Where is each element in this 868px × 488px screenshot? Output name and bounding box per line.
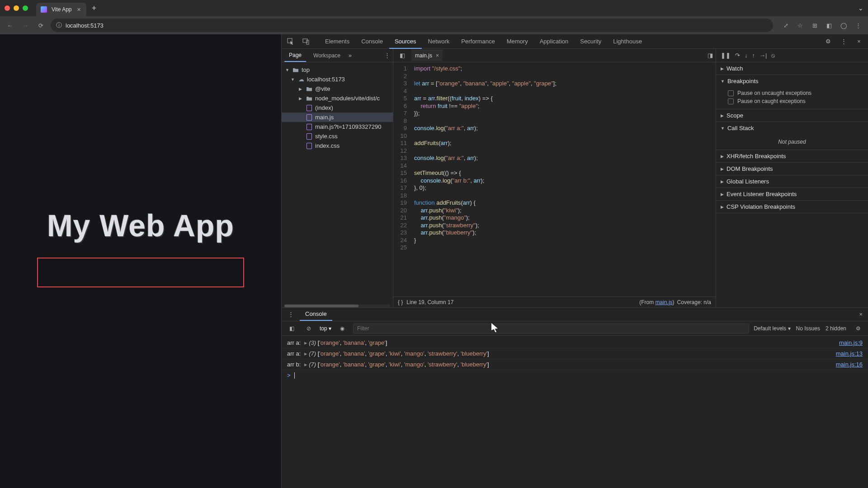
event-listener-breakpoints-section[interactable]: ▶Event Listener Breakpoints [716,188,868,200]
zoom-icon[interactable]: ⤢ [779,19,792,32]
sidepanel-icon[interactable]: ◧ [823,19,835,32]
devtools-tab-lighthouse[interactable]: Lighthouse [608,34,647,49]
drawer-menu-icon[interactable]: ⋮ [284,308,297,321]
close-window-icon[interactable] [5,5,10,11]
file-icon [306,133,312,140]
context-selector[interactable]: top ▾ [320,325,331,332]
drawer-close-icon[interactable]: × [856,309,865,319]
cloud-icon: ☁ [298,76,304,83]
step-into-icon[interactable]: ↓ [745,52,748,59]
devtools-tab-security[interactable]: Security [575,34,607,49]
csp-breakpoints-section[interactable]: ▶CSP Violation Breakpoints [716,201,868,213]
editor-status-bar: { } Line 19, Column 17 (From main.js) Co… [393,296,716,307]
console-source-link[interactable]: main.js:16 [836,361,863,368]
navigator-more-icon[interactable]: » [349,52,352,59]
pause-icon[interactable]: ❚❚ [721,52,731,59]
console-output[interactable]: arr a: ▸ (3) ['orange', 'banana', 'grape… [282,336,868,488]
callstack-section[interactable]: ▼Call Stack [716,122,868,134]
profile-icon[interactable]: ◯ [837,19,850,32]
editor-tab-mainjs[interactable]: main.js × [411,50,443,61]
scope-section[interactable]: ▶Scope [716,109,868,122]
devtools-tab-console[interactable]: Console [356,34,388,49]
minimize-window-icon[interactable] [14,5,19,11]
global-listeners-section[interactable]: ▶Global Listeners [716,175,868,188]
site-info-icon[interactable]: ⓘ [56,21,62,29]
editor-tab-close-icon[interactable]: × [436,52,439,59]
xhr-breakpoints-section[interactable]: ▶XHR/fetch Breakpoints [716,150,868,162]
devtools-tab-sources[interactable]: Sources [389,34,422,49]
console-settings-icon[interactable]: ⚙ [852,322,864,335]
window-icon [292,67,299,73]
maximize-window-icon[interactable] [23,5,28,11]
step-out-icon[interactable]: ↑ [752,52,755,59]
reload-button[interactable]: ⟳ [34,19,47,32]
devtools-menu-icon[interactable]: ⋮ [837,35,850,48]
deactivate-breakpoints-icon[interactable]: ⦸ [771,52,775,59]
devtools-tab-elements[interactable]: Elements [320,34,355,49]
forward-button[interactable]: → [19,19,32,32]
code-area[interactable]: 1234567891011121314151617181920212223242… [393,62,716,296]
tree-top[interactable]: ▼top [282,65,393,75]
toggle-navigator-icon[interactable]: ◧ [396,49,409,62]
devtools-tab-application[interactable]: Application [534,34,574,49]
console-prompt[interactable]: > [282,370,868,380]
navigator-tab-workspace[interactable]: Workspace [309,50,345,61]
tab-close-icon[interactable]: × [76,6,81,13]
console-source-link[interactable]: main.js:9 [839,339,863,346]
pretty-print-icon[interactable]: { } [398,299,403,305]
menu-icon[interactable]: ⋮ [852,19,864,32]
live-expression-icon[interactable]: ◉ [336,322,349,335]
tree-file-indexcss[interactable]: index.css [282,141,393,150]
page-viewport: My Web App [0,34,281,488]
new-tab-button[interactable]: + [86,4,102,13]
console-row[interactable]: arr a: ▸ (3) ['orange', 'banana', 'grape… [282,338,868,348]
tree-host[interactable]: ▼☁localhost:5173 [282,75,393,84]
devtools-tab-performance[interactable]: Performance [456,34,500,49]
issues-label[interactable]: No Issues [796,325,820,332]
toggle-debugger-icon[interactable]: ◨ [708,52,713,59]
tree-folder-vite[interactable]: ▶@vite [282,84,393,94]
pause-uncaught-checkbox[interactable]: Pause on uncaught exceptions [728,89,863,97]
from-link[interactable]: main.js [656,299,673,305]
clear-console-icon[interactable]: ⊘ [302,322,315,335]
devtools-tab-network[interactable]: Network [423,34,455,49]
devtools-tab-memory[interactable]: Memory [501,34,533,49]
pause-caught-checkbox[interactable]: Pause on caught exceptions [728,97,863,105]
coverage-label: Coverage: n/a [677,299,711,305]
tree-file-stylecss[interactable]: style.css [282,131,393,141]
callstack-state: Not paused [716,134,868,150]
address-bar[interactable]: ⓘ localhost:5173 [51,19,773,32]
devtools-settings-icon[interactable]: ⚙ [822,35,835,48]
editor-tab-label: main.js [415,52,432,59]
extensions-icon[interactable]: ⊞ [808,19,821,32]
log-levels-selector[interactable]: Default levels ▾ [754,325,790,332]
step-icon[interactable]: →| [760,52,767,59]
console-source-link[interactable]: main.js:13 [836,350,863,357]
back-button[interactable]: ← [4,19,16,32]
tree-file-mainjs-ts[interactable]: main.js?t=171093327290 [282,122,393,131]
drawer-tab-console[interactable]: Console [300,308,332,321]
console-sidebar-icon[interactable]: ◧ [285,322,298,335]
browser-tab[interactable]: Vite App × [36,3,86,16]
bookmark-icon[interactable]: ☆ [794,19,807,32]
tree-file-mainjs[interactable]: main.js [282,113,393,122]
console-filter-input[interactable]: Filter [353,324,749,333]
dom-breakpoints-section[interactable]: ▶DOM Breakpoints [716,163,868,175]
favicon-icon [41,6,47,13]
url-text: localhost:5173 [66,22,104,29]
step-over-icon[interactable]: ↷ [735,52,740,59]
tree-file-index[interactable]: (index) [282,103,393,113]
tab-list-button[interactable]: ⌄ [858,5,863,12]
watch-section[interactable]: ▶Watch [716,62,868,75]
console-row[interactable]: arr b: ▸ (7) ['orange', 'banana', 'grape… [282,359,868,370]
folder-icon [306,95,312,102]
tree-folder-nodemodules[interactable]: ▶node_modules/vite/dist/c [282,94,393,103]
hidden-count[interactable]: 2 hidden [826,325,846,332]
device-toolbar-icon[interactable] [300,35,312,48]
devtools-close-icon[interactable]: × [853,35,865,48]
inspect-icon[interactable] [284,35,297,48]
console-row[interactable]: arr a: ▸ (7) ['orange', 'banana', 'grape… [282,348,868,359]
breakpoints-section[interactable]: ▼Breakpoints [716,75,868,87]
navigator-tab-page[interactable]: Page [284,49,306,62]
navigator-menu-icon[interactable]: ⋮ [384,52,390,59]
